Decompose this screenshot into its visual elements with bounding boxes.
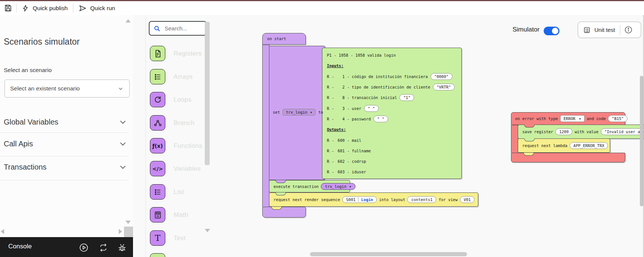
on-start-block-spine[interactable] bbox=[262, 44, 269, 207]
layout-label: into layout bbox=[379, 197, 405, 202]
block-notch bbox=[524, 138, 535, 141]
repeat-icon[interactable] bbox=[98, 243, 108, 252]
text-glyph: T bbox=[155, 233, 160, 243]
page-title: Scenarios simulator bbox=[4, 37, 80, 47]
simulator-label: Simulator bbox=[512, 26, 540, 33]
error-type-value: ERROR bbox=[564, 116, 576, 121]
simulator-toggle[interactable] bbox=[544, 27, 559, 35]
console-bar: Console bbox=[0, 237, 133, 257]
variable-name: trx_login bbox=[286, 110, 307, 114]
sequence-code: S001 bbox=[346, 197, 355, 202]
sidebar-scrollbar-thumb[interactable] bbox=[124, 227, 133, 237]
sequence-field[interactable]: S001 Login bbox=[342, 196, 377, 203]
code-icon: </> bbox=[150, 161, 165, 176]
category-registers[interactable]: Registers bbox=[150, 46, 202, 61]
toolbox-search bbox=[149, 21, 207, 36]
canvas-horizontal-scrollbar[interactable] bbox=[310, 252, 467, 256]
on-start-label: on start bbox=[267, 36, 286, 41]
transaction-title: P1 - 1058 - 1058 valida login bbox=[327, 50, 457, 60]
lambda-field[interactable]: APP_ERROR_TRX bbox=[570, 142, 608, 149]
divider bbox=[0, 132, 128, 133]
top-toolbar: Quick publish Quick run bbox=[0, 1, 644, 15]
category-loops[interactable]: Loops bbox=[150, 92, 192, 107]
category-partial[interactable] bbox=[150, 253, 165, 257]
category-label: Arrays bbox=[174, 73, 193, 81]
play-icon[interactable] bbox=[79, 243, 89, 252]
category-label: Math bbox=[174, 211, 188, 219]
render-sequence-block[interactable]: request next render sequence S001 Login … bbox=[269, 192, 478, 207]
to-label: to bbox=[318, 110, 323, 114]
error-type-dropdown[interactable]: ERROR ▾ bbox=[560, 115, 585, 122]
code-glyph: </> bbox=[152, 166, 163, 172]
dropdown-arrow-icon: ▾ bbox=[579, 116, 581, 121]
scroll-left-arrow[interactable] bbox=[1, 229, 4, 234]
toggle-knob bbox=[552, 28, 558, 34]
bug-icon[interactable] bbox=[117, 243, 127, 252]
inputs-label: Inputs: bbox=[327, 63, 343, 68]
quick-publish-button[interactable]: Quick publish bbox=[17, 1, 73, 15]
transaction-dropdown[interactable]: trx_login ▾ bbox=[321, 183, 355, 190]
input-row: R -1- código de institución financiera "… bbox=[327, 71, 457, 82]
canvas-vertical-scrollbar[interactable] bbox=[640, 76, 643, 206]
value-field[interactable]: "VRTR" bbox=[433, 84, 455, 90]
section-label: Transactions bbox=[4, 163, 47, 171]
unit-test-button[interactable]: Unit test bbox=[594, 27, 615, 33]
list-icon bbox=[150, 69, 165, 84]
category-math[interactable]: Math bbox=[150, 207, 188, 222]
transaction-block[interactable]: P1 - 1058 - 1058 valida login Inputs: R … bbox=[322, 48, 462, 179]
block-notch bbox=[275, 180, 286, 183]
run-send-icon bbox=[79, 4, 87, 12]
set-variable-row: set trx_login ▾ to bbox=[273, 109, 323, 116]
sequence-name: Login bbox=[361, 197, 373, 202]
error-code-field[interactable]: "B15" bbox=[608, 115, 627, 122]
set-label: set bbox=[273, 110, 280, 114]
view-field[interactable]: V01 bbox=[460, 196, 475, 203]
section-global-variables[interactable]: Global Variables bbox=[4, 117, 128, 127]
output-row: R -600- mail bbox=[327, 135, 457, 145]
on-start-block-foot[interactable] bbox=[262, 207, 306, 218]
dropdown-arrow-icon: ▾ bbox=[349, 184, 351, 189]
output-row: R -602- codrsp bbox=[327, 156, 457, 167]
category-label: Variables bbox=[174, 165, 201, 173]
divider bbox=[620, 25, 620, 35]
category-branch[interactable]: Branch bbox=[150, 115, 195, 131]
save-register-block[interactable]: save register 1200 with value "Invalid u… bbox=[518, 125, 644, 139]
search-icon bbox=[153, 25, 161, 32]
list-icon bbox=[150, 184, 165, 200]
category-functions[interactable]: ƒ(x) Functions bbox=[150, 138, 202, 153]
divider bbox=[0, 180, 128, 180]
scroll-down-arrow[interactable] bbox=[125, 221, 131, 224]
lambda-label: request next lambda bbox=[522, 143, 567, 148]
scenario-select[interactable]: Select an existent scenario bbox=[5, 80, 130, 98]
value-field[interactable]: " " bbox=[364, 105, 379, 112]
outputs-label: Outputs: bbox=[327, 127, 346, 132]
category-label: Functions bbox=[174, 142, 202, 150]
value-field[interactable]: " " bbox=[373, 116, 388, 122]
document-icon bbox=[150, 46, 165, 61]
toolbox-scrollbar-thumb[interactable] bbox=[205, 22, 210, 165]
category-text[interactable]: T Text bbox=[150, 230, 186, 246]
value-field[interactable]: "1" bbox=[399, 94, 414, 101]
info-icon[interactable] bbox=[624, 26, 633, 34]
section-transactions[interactable]: Transactions bbox=[4, 162, 128, 172]
category-arrays[interactable]: Arrays bbox=[150, 69, 193, 84]
search-input[interactable] bbox=[164, 25, 197, 32]
on-start-block[interactable]: on start bbox=[262, 33, 306, 45]
scroll-up-arrow[interactable] bbox=[125, 19, 131, 23]
scroll-right-arrow[interactable] bbox=[119, 229, 122, 234]
category-variables[interactable]: </> Variables bbox=[150, 161, 201, 176]
layout-field[interactable]: contents1 bbox=[407, 196, 436, 203]
category-list[interactable]: List bbox=[150, 184, 184, 200]
on-error-block-spine[interactable] bbox=[511, 125, 518, 153]
variable-dropdown[interactable]: trx_login ▾ bbox=[283, 109, 316, 116]
quick-run-button[interactable]: Quick run bbox=[73, 1, 120, 15]
block-notch bbox=[523, 153, 534, 156]
on-error-block[interactable]: on error with type ERROR ▾ and code "B15… bbox=[511, 112, 625, 125]
save-button[interactable] bbox=[0, 1, 16, 15]
register-field[interactable]: 1200 bbox=[555, 128, 572, 135]
toolbox-scroll-down-arrow[interactable] bbox=[205, 229, 210, 232]
value-field[interactable]: "0000" bbox=[431, 73, 452, 80]
section-call-apis[interactable]: Call Apis bbox=[4, 139, 128, 149]
register-value-field[interactable]: "Invalid user and bbox=[601, 128, 644, 135]
function-glyph: ƒ(x) bbox=[153, 143, 163, 149]
